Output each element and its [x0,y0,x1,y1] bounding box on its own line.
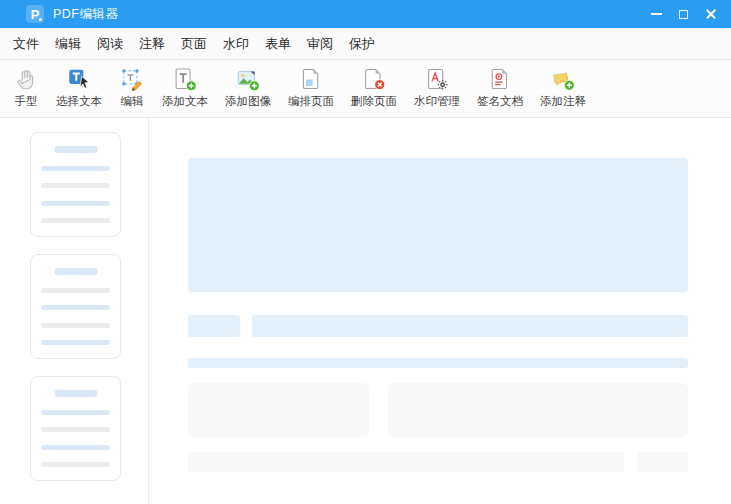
thumbnail-text-line [41,323,110,328]
minimize-icon [651,13,662,15]
page-hero-block [188,158,688,292]
tool-add-image-label: 添加图像 [225,94,271,109]
thumbnail-text-line [41,340,110,345]
hand-icon [13,66,39,92]
close-button[interactable] [697,0,724,28]
page-divider-bar [188,358,688,368]
thumbnail-text-line [41,410,110,415]
tool-delete-page-label: 删除页面 [351,94,397,109]
tool-edit-label: 编辑 [121,94,144,109]
menu-form[interactable]: 表单 [265,35,291,53]
tool-add-text[interactable]: 添加文本 [162,60,208,109]
thumbnail-title-line [54,390,97,397]
thumbnail-text-line [41,462,110,467]
menu-review[interactable]: 审阅 [307,35,333,53]
page-footer-bar-block [188,452,624,472]
page-heading-block [252,315,688,337]
thumbnail-text-line [41,166,110,171]
page-thumbnail-3[interactable] [30,376,121,481]
menu-read[interactable]: 阅读 [97,35,123,53]
add-text-icon [172,66,198,92]
menu-watermark[interactable]: 水印 [223,35,249,53]
thumbnail-title-line [54,146,97,153]
tool-delete-page[interactable]: 删除页面 [351,60,397,109]
tool-add-text-label: 添加文本 [162,94,208,109]
thumbnail-text-line [41,201,110,206]
page-chip-block [188,315,240,337]
page-footer-chip-block [637,452,688,472]
select-text-icon [66,66,92,92]
menu-bar: 文件 编辑 阅读 注释 页面 水印 表单 审阅 保护 [0,28,731,60]
thumbnail-title-line [54,268,97,275]
maximize-icon [679,10,688,19]
edit-icon [119,66,145,92]
watermark-manage-icon [424,66,450,92]
pdf-editor-window: P PDF编辑器 文件 编辑 阅读 注释 页面 水印 表单 审阅 保护 手型 [0,0,731,504]
page-card-right-block [388,383,688,437]
document-page[interactable] [149,118,731,504]
tool-hand-label: 手型 [15,94,38,109]
thumbnail-text-line [41,305,110,310]
tool-watermark-manage[interactable]: 水印管理 [414,60,460,109]
menu-annotate[interactable]: 注释 [139,35,165,53]
tool-add-comment[interactable]: 添加注释 [540,60,586,109]
toolbar: 手型 选择文本 编辑 [0,60,731,118]
tool-watermark-manage-label: 水印管理 [414,94,460,109]
tool-select-text[interactable]: 选择文本 [56,60,102,109]
window-title: PDF编辑器 [53,6,119,23]
add-image-icon [235,66,261,92]
page-thumbnail-1[interactable] [30,132,121,237]
tool-hand[interactable]: 手型 [13,60,39,109]
page-thumbnail-2[interactable] [30,254,121,359]
menu-page[interactable]: 页面 [181,35,207,53]
tool-sign-document-label: 签名文档 [477,94,523,109]
tool-edit[interactable]: 编辑 [119,60,145,109]
thumbnail-text-line [41,288,110,293]
arrange-pages-icon [298,66,324,92]
window-controls [643,0,724,28]
tool-arrange-pages[interactable]: 编排页面 [288,60,334,109]
menu-file[interactable]: 文件 [13,35,39,53]
add-comment-icon [550,66,576,92]
thumbnail-text-line [41,183,110,188]
maximize-button[interactable] [670,0,697,28]
close-icon [705,8,717,20]
menu-edit[interactable]: 编辑 [55,35,81,53]
page-card-left-block [188,383,369,437]
tool-sign-document[interactable]: 签名文档 [477,60,523,109]
work-area [0,118,731,504]
thumbnail-panel [0,118,149,504]
tool-add-comment-label: 添加注释 [540,94,586,109]
tool-select-text-label: 选择文本 [56,94,102,109]
app-logo-icon: P [26,5,44,23]
minimize-button[interactable] [643,0,670,28]
delete-page-icon [361,66,387,92]
tool-add-image[interactable]: 添加图像 [225,60,271,109]
thumbnail-text-line [41,427,110,432]
thumbnail-text-line [41,218,110,223]
thumbnail-text-line [41,445,110,450]
tool-arrange-pages-label: 编排页面 [288,94,334,109]
title-bar[interactable]: P PDF编辑器 [0,0,731,28]
menu-protect[interactable]: 保护 [349,35,375,53]
sign-document-icon [487,66,513,92]
